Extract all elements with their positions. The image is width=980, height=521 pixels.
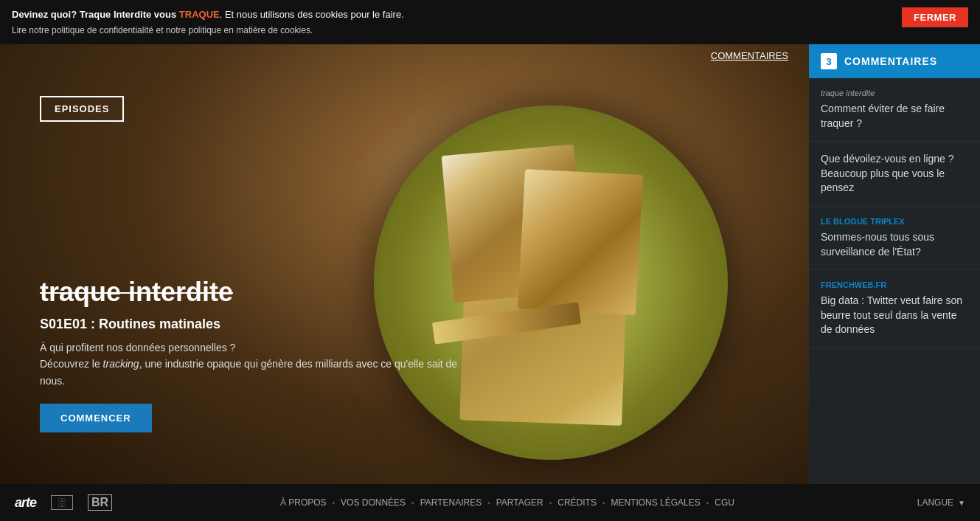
cookie-text-bold: Devinez quoi? Traque Interdite vous [12,9,179,20]
sidebar-tag-0: traque interdite [821,89,968,97]
sidebar-header[interactable]: 3 COMMENTAIRES [809,44,980,78]
episode-title: S01E01 : Routines matinales [40,317,468,332]
langue-label: LANGUE [917,497,953,508]
chevron-down-icon: ▼ [958,499,965,507]
cookie-banner: Devinez quoi? Traque Interdite vous TRAQ… [0,0,980,44]
episodes-button[interactable]: EPISODES [40,96,124,122]
commentaires-link-top[interactable]: COMMENTAIRES [711,50,788,61]
footer-nav-partager[interactable]: PARTAGER [490,497,549,508]
footer-logos: arte □□□□ BR [15,494,112,511]
cookie-text-rest: . Et nous utilisons des cookies pour le … [220,9,404,20]
sidebar-link-3[interactable]: Big data : Twitter veut faire son beurre… [821,294,968,337]
sidebar-item-2[interactable]: LE BLOGUE TRIPLEX Sommes-nous tous sous … [809,207,980,270]
desc-line2-pre: Découvrez le [40,358,103,370]
footer-langue[interactable]: LANGUE ▼ [917,497,965,508]
comment-count: 3 [821,53,837,69]
footer-nav-credits[interactable]: CRÉDITS [552,497,602,508]
sidebar-tag-3: FRENCHWEB.FR [821,280,968,289]
toast-2 [518,169,643,315]
footer-nav-mentions[interactable]: MENTIONS LÉGALES [605,497,706,508]
logo-br: BR [88,494,112,511]
cookie-text-area: Devinez quoi? Traque Interdite vous TRAQ… [12,7,404,35]
footer-nav-vosdonnees[interactable]: VOS DONNÉES [335,497,411,508]
fermer-button[interactable]: FERMER [902,7,968,27]
episode-description: À qui profitent nos données personnelles… [40,339,468,389]
footer-nav-apropos[interactable]: À PROPOS [274,497,333,508]
desc-line1: À qui profitent nos données personnelles… [40,342,235,353]
hero-content: traque interdite S01E01 : Routines matin… [40,277,468,432]
sidebar-link-2[interactable]: Sommes-nous tous sous surveillance de l'… [821,230,968,259]
sidebar-link-1[interactable]: Que dévoilez-vous en ligne ? Beaucoup pl… [821,152,968,196]
cookie-message: Devinez quoi? Traque Interdite vous TRAQ… [12,7,404,22]
commencer-button[interactable]: COMMENCER [40,404,152,432]
show-title: traque interdite [40,277,468,308]
cookie-traque-word: TRAQUE [179,9,220,20]
sidebar-header-label: COMMENTAIRES [844,55,937,67]
sidebar: 3 COMMENTAIRES traque interdite Comment … [809,44,980,521]
logo-wdr: □□□□ [51,495,73,510]
sidebar-item-3[interactable]: FRENCHWEB.FR Big data : Twitter veut fai… [809,270,980,348]
footer: arte □□□□ BR À PROPOS • VOS DONNÉES • PA… [0,484,980,521]
sidebar-link-0[interactable]: Comment éviter de se faire traquer ? [821,102,968,131]
cookie-subtext: Lire notre politique de confidentialité … [12,25,404,35]
logo-arte: arte [15,495,36,511]
sidebar-item-1[interactable]: Que dévoilez-vous en ligne ? Beaucoup pl… [809,142,980,207]
sidebar-item-0[interactable]: traque interdite Comment éviter de se fa… [809,78,980,142]
sidebar-tag-2: LE BLOGUE TRIPLEX [821,217,968,226]
footer-nav-partenaires[interactable]: PARTENAIRES [414,497,488,508]
desc-italic: tracking [103,358,139,370]
hero-section: EPISODES traque interdite S01E01 : Routi… [0,44,809,521]
footer-nav-cgu[interactable]: CGU [709,497,740,508]
footer-nav: À PROPOS • VOS DONNÉES • PARTENAIRES • P… [112,497,903,508]
